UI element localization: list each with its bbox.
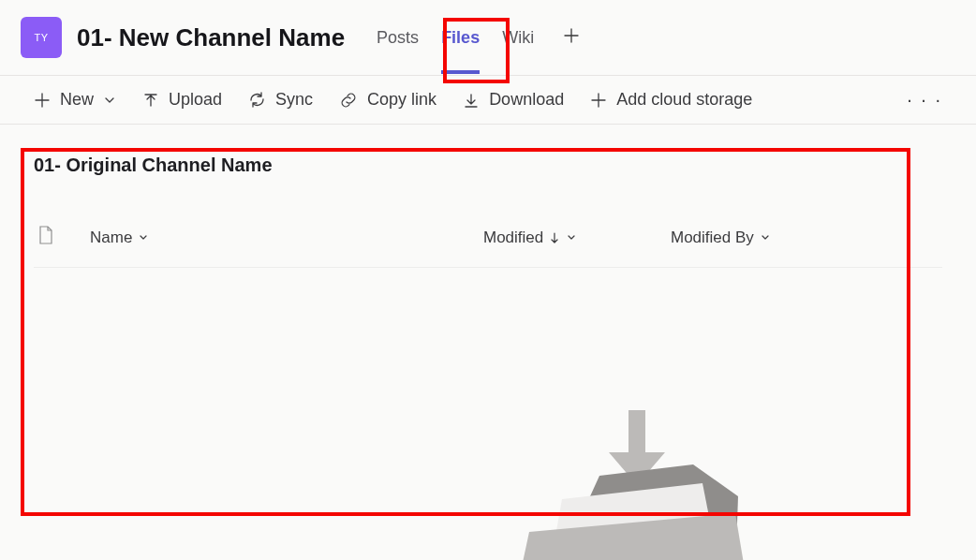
channel-header: TY 01- New Channel Name Posts Files Wiki (0, 0, 976, 75)
chevron-down-icon (103, 94, 116, 107)
more-button[interactable]: · · · (907, 89, 942, 111)
link-icon (339, 91, 358, 110)
avatar-initials: TY (34, 32, 48, 43)
column-modified[interactable]: Modified (483, 228, 671, 247)
file-area: 01- Original Channel Name Name Modified … (0, 125, 976, 268)
download-button[interactable]: Download (463, 90, 564, 110)
chevron-down-icon (138, 232, 149, 243)
folder-title: 01- Original Channel Name (34, 155, 942, 176)
sync-button[interactable]: Sync (248, 90, 313, 110)
add-tab-button[interactable] (555, 24, 588, 51)
column-name-label: Name (90, 228, 132, 247)
addcloud-button[interactable]: Add cloud storage (590, 90, 752, 110)
download-label: Download (489, 90, 564, 110)
download-icon (463, 92, 480, 109)
file-type-column-icon[interactable] (37, 225, 90, 250)
addcloud-label: Add cloud storage (616, 90, 752, 110)
copylink-button[interactable]: Copy link (339, 90, 436, 110)
new-label: New (60, 90, 94, 110)
column-modified-by-label: Modified By (671, 228, 754, 247)
tab-wiki[interactable]: Wiki (491, 24, 545, 52)
plus-icon (590, 92, 607, 109)
sync-icon (248, 91, 266, 109)
empty-folder-illustration (496, 410, 777, 560)
tab-files[interactable]: Files (430, 24, 491, 52)
new-button[interactable]: New (34, 90, 116, 110)
upload-label: Upload (169, 90, 222, 110)
plus-icon (34, 92, 51, 109)
column-modified-by[interactable]: Modified By (671, 228, 877, 247)
tab-list: Posts Files Wiki (365, 24, 588, 52)
column-modified-label: Modified (483, 228, 543, 247)
file-toolbar: New Upload Sync Copy link Download Add c… (0, 75, 976, 125)
avatar[interactable]: TY (21, 17, 62, 58)
tab-posts[interactable]: Posts (365, 24, 430, 52)
sync-label: Sync (275, 90, 313, 110)
sort-down-icon (549, 231, 560, 244)
column-name[interactable]: Name (90, 228, 483, 247)
copylink-label: Copy link (367, 90, 436, 110)
chevron-down-icon (760, 232, 771, 243)
column-headers: Name Modified Modified By (34, 225, 942, 268)
upload-icon (142, 92, 159, 109)
channel-title: 01- New Channel Name (77, 23, 345, 52)
upload-button[interactable]: Upload (142, 90, 222, 110)
chevron-down-icon (566, 232, 577, 243)
